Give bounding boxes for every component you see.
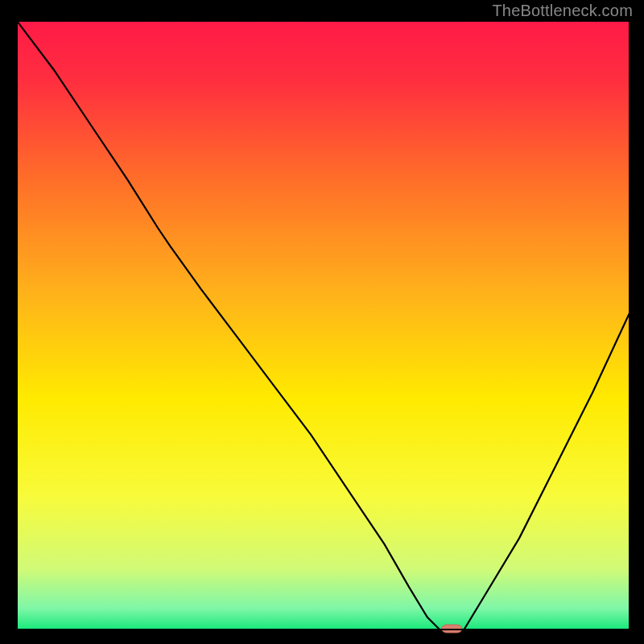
chart-frame: TheBottleneck.com <box>0 0 644 644</box>
gradient-background <box>17 21 630 630</box>
watermark-text: TheBottleneck.com <box>492 2 633 20</box>
bottleneck-chart <box>0 0 644 644</box>
